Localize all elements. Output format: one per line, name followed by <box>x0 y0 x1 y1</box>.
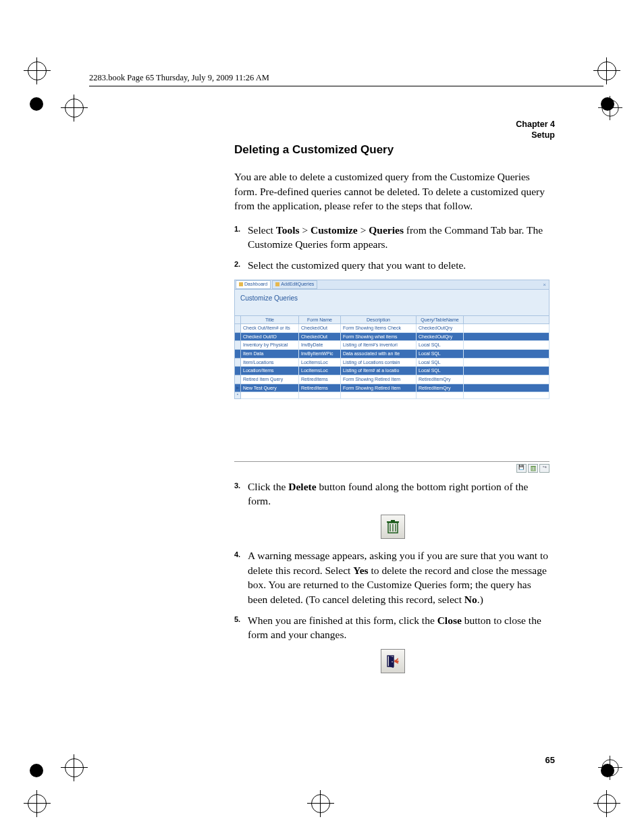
steps-list: 1. Select Tools > Customize > Queries fr… <box>234 223 552 273</box>
form-title: Customize Queries <box>234 290 549 315</box>
table-row[interactable]: Checked Out/IDCheckedOutForm Showing wha… <box>235 332 549 341</box>
page-number: 65 <box>545 755 555 765</box>
step-1: 1. Select Tools > Customize > Queries fr… <box>234 223 552 252</box>
crop-dot <box>30 97 43 111</box>
step-4: 4. A warning message appears, asking you… <box>234 548 552 606</box>
trash-icon <box>386 519 400 534</box>
delete-button[interactable] <box>528 464 538 473</box>
customize-queries-screenshot: Dashboard AddEditQueries × Customize Que… <box>234 280 549 473</box>
table-row[interactable]: Inventory by PhysicalInvByDateListing of… <box>235 341 549 350</box>
steps-list-cont: 3. Click the Delete button found along t… <box>234 479 552 509</box>
table-row[interactable]: Item/LocationsLocItemsLocListing of Loca… <box>235 358 549 367</box>
intro-paragraph: You are able to delete a customized quer… <box>234 170 552 213</box>
section-heading: Deleting a Customized Query <box>234 142 552 157</box>
col-form-name[interactable]: Form Name <box>299 315 341 324</box>
table-row-new[interactable]: * <box>235 392 549 398</box>
book-header: 2283.book Page 65 Thursday, July 9, 2009… <box>89 73 603 86</box>
crop-mark <box>24 57 51 84</box>
delete-icon-button[interactable] <box>381 515 405 539</box>
exit-door-icon <box>385 654 400 669</box>
step-5: 5. When you are finished at this form, c… <box>234 613 552 642</box>
step-2: 2. Select the customized query that you … <box>234 258 552 272</box>
queries-grid[interactable]: Title Form Name Description Query/TableN… <box>234 315 549 399</box>
chapter-title: Setup <box>516 130 555 140</box>
crop-mark <box>61 754 88 781</box>
crop-mark <box>61 95 88 122</box>
svg-rect-9 <box>387 521 399 523</box>
table-row[interactable]: Retired Item QueryRetiredItemsForm Showi… <box>235 375 549 384</box>
close-icon[interactable]: × <box>543 281 546 288</box>
form-footer: 💾 ↪ <box>234 461 549 473</box>
tab-icon <box>239 282 243 286</box>
close-icon-button[interactable] <box>381 649 405 673</box>
table-row[interactable]: New Test QueryRetiredItemsForm Showing R… <box>235 384 549 392</box>
table-row[interactable]: Item DataInvByItemWPicData associated wi… <box>235 350 549 359</box>
crop-mark <box>598 96 622 120</box>
save-button[interactable]: 💾 <box>516 464 527 473</box>
svg-marker-12 <box>389 656 394 668</box>
svg-rect-4 <box>531 466 535 467</box>
tab-bar: Dashboard AddEditQueries × <box>234 280 549 290</box>
book-header-text: 2283.book Page 65 Thursday, July 9, 2009… <box>89 73 269 82</box>
steps-list-cont2: 4. A warning message appears, asking you… <box>234 548 552 642</box>
table-row[interactable]: Check Out/Item# or itsCheckedOutForm Sho… <box>235 324 549 333</box>
tab-dashboard[interactable]: Dashboard <box>236 280 271 289</box>
chapter-header: Chapter 4 Setup <box>516 119 555 141</box>
body-content: Deleting a Customized Query You are able… <box>234 142 552 683</box>
crop-mark <box>598 756 622 780</box>
col-query-table[interactable]: Query/TableName <box>417 315 464 324</box>
crop-mark <box>24 790 51 817</box>
table-row[interactable]: Location/ItemsLocItemsLocListing of Item… <box>235 367 549 375</box>
svg-rect-10 <box>391 520 395 521</box>
grid-header-row: Title Form Name Description Query/TableN… <box>235 315 549 324</box>
tab-icon <box>275 282 279 286</box>
col-title[interactable]: Title <box>241 315 299 324</box>
crop-dot <box>30 764 43 777</box>
tab-addeditqueries[interactable]: AddEditQueries <box>272 280 317 289</box>
crop-mark <box>307 790 334 817</box>
close-button[interactable]: ↪ <box>539 464 549 473</box>
crop-mark <box>593 790 620 817</box>
svg-point-13 <box>392 661 393 662</box>
step-3: 3. Click the Delete button found along t… <box>234 479 552 509</box>
col-description[interactable]: Description <box>341 315 417 324</box>
chapter-number: Chapter 4 <box>516 119 555 130</box>
